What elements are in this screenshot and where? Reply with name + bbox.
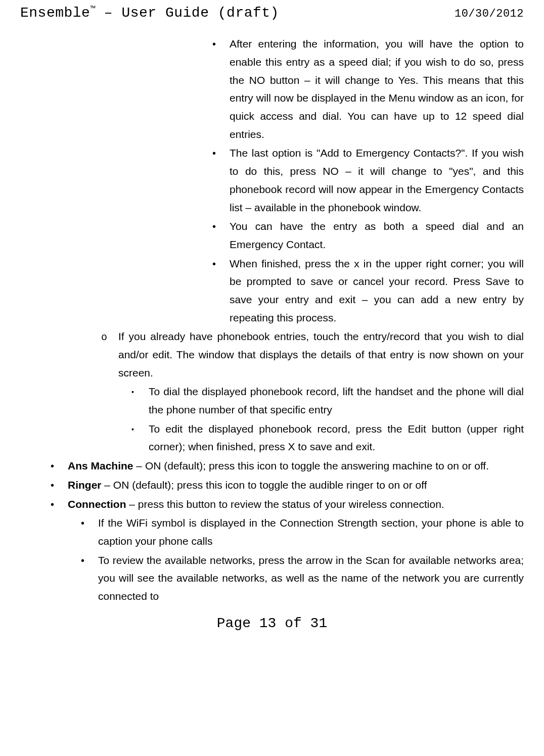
list-item-text: Ans Machine – ON (default); press this i… [68, 457, 524, 475]
bullet-disc-icon [212, 255, 230, 327]
list-item-text: You can have the entry as both a speed d… [230, 217, 524, 253]
bullet-disc-icon [51, 457, 68, 475]
list-item-text: To dial the displayed phonebook record, … [149, 383, 524, 418]
header-title: Ensemble™ – User Guide (draft) [20, 5, 279, 21]
list-item-text: Connection – press this button to review… [68, 495, 524, 513]
list-item-text: If the WiFi symbol is displayed in the C… [98, 514, 524, 550]
list-item-text: The last option is "Add to Emergency Con… [230, 144, 524, 216]
document-body: After entering the information, you will… [20, 35, 524, 605]
list-item: After entering the information, you will… [20, 35, 524, 143]
list-item-ans-machine: Ans Machine – ON (default); press this i… [20, 457, 524, 475]
title-prefix: Ensemble [20, 5, 90, 21]
list-item: The last option is "Add to Emergency Con… [20, 144, 524, 216]
list-item: To dial the displayed phonebook record, … [20, 383, 524, 418]
list-item-text: Ringer – ON (default); press this icon t… [68, 476, 524, 494]
connection-desc: – press this button to review the status… [126, 498, 444, 510]
ringer-label: Ringer [68, 479, 102, 491]
trademark-symbol: ™ [90, 5, 95, 14]
ans-machine-label: Ans Machine [68, 460, 133, 471]
list-item: When finished, press the x in the upper … [20, 255, 524, 327]
page-footer: Page 13 of 31 [20, 616, 524, 631]
title-suffix: – User Guide (draft) [96, 5, 279, 21]
list-item-text: When finished, press the x in the upper … [230, 255, 524, 327]
bullet-disc-icon [81, 551, 98, 605]
list-item: You can have the entry as both a speed d… [20, 217, 524, 253]
connection-label: Connection [68, 498, 126, 510]
list-item-text: After entering the information, you will… [230, 35, 524, 143]
bullet-square-icon [131, 383, 149, 418]
document-page: Ensemble™ – User Guide (draft) 10/30/201… [0, 0, 544, 641]
header-date: 10/30/2012 [455, 8, 524, 20]
list-item-text: If you already have phonebook entries, t… [118, 327, 524, 382]
list-item: If the WiFi symbol is displayed in the C… [20, 514, 524, 550]
bullet-disc-icon [51, 476, 68, 494]
list-item-text: To review the available networks, press … [98, 551, 524, 605]
list-item: To edit the displayed phonebook record, … [20, 420, 524, 456]
list-item: To review the available networks, press … [20, 551, 524, 605]
list-item: If you already have phonebook entries, t… [20, 327, 524, 382]
page-header: Ensemble™ – User Guide (draft) 10/30/201… [20, 5, 524, 21]
list-item-connection: Connection – press this button to review… [20, 495, 524, 513]
bullet-disc-icon [212, 35, 230, 143]
list-item-text: To edit the displayed phonebook record, … [149, 420, 524, 456]
bullet-square-icon [131, 420, 149, 456]
ans-machine-desc: – ON (default); press this icon to toggl… [133, 460, 489, 471]
list-item-ringer: Ringer – ON (default); press this icon t… [20, 476, 524, 494]
ringer-desc: – ON (default); press this icon to toggl… [102, 479, 427, 491]
bullet-disc-icon [212, 217, 230, 253]
bullet-disc-icon [81, 514, 98, 550]
bullet-disc-icon [212, 144, 230, 216]
bullet-disc-icon [51, 495, 68, 513]
bullet-circle-icon [101, 327, 118, 382]
